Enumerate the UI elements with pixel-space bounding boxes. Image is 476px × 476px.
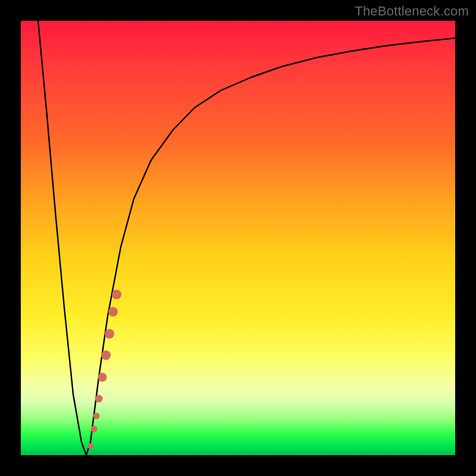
svg-point-4: [98, 373, 107, 382]
svg-point-3: [95, 395, 103, 403]
svg-point-2: [93, 413, 100, 419]
svg-point-8: [112, 290, 121, 299]
chart-frame: TheBottleneck.com: [0, 0, 476, 476]
svg-point-0: [87, 443, 93, 449]
svg-point-5: [101, 350, 111, 360]
bottleneck-curve: [38, 21, 455, 455]
svg-point-1: [91, 426, 98, 433]
svg-point-6: [105, 329, 114, 339]
svg-point-7: [108, 307, 118, 317]
watermark-text: TheBottleneck.com: [355, 4, 469, 19]
curve-layer: [21, 21, 455, 455]
plot-area: [21, 21, 455, 455]
